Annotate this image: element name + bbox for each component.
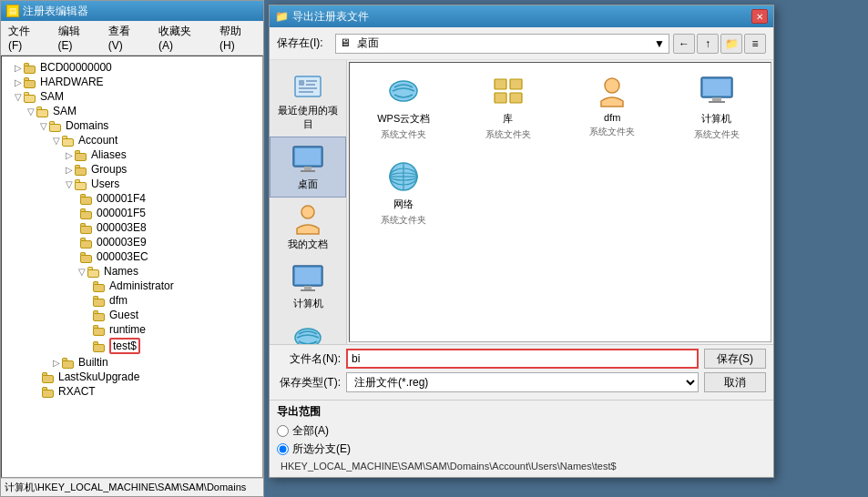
mydocs-icon [291,203,324,236]
tree-item-runtime[interactable]: runtime [2,322,262,337]
folder-icon-groups [75,164,89,176]
close-button[interactable]: ✕ [751,9,768,24]
toggle-aliases[interactable]: ▷ [64,150,75,160]
folder-icon-domains [49,120,64,132]
tree-item-sam1[interactable]: ▽ SAM [2,89,262,104]
tree-item-u5[interactable]: 000003EC [2,249,262,264]
tree-item-aliases[interactable]: ▷ Aliases [2,147,262,162]
scope-all-radio[interactable] [277,425,289,437]
tree-item-lastsku[interactable]: LastSkuUpgrade [2,370,262,384]
location-select[interactable]: 🖥 桌面 ▼ [335,34,669,54]
regedit-window: ▤ 注册表编辑器 文件(F) 编辑(E) 查看(V) 收藏夹(A) 帮助(H) … [0,0,264,497]
tree-item-account[interactable]: ▽ Account [2,133,262,147]
scope-all[interactable]: 全部(A) [277,423,766,439]
wpsdocs-icon [291,321,324,344]
file-item-wps[interactable]: WPS云文档 系统文件夹 [353,66,454,148]
filetype-select[interactable]: 注册文件(*.reg) [346,372,699,392]
tree-item-domains[interactable]: ▽ Domains [2,118,262,133]
file-item-dfm[interactable]: dfm 系统文件夹 [562,66,663,148]
file-item-lib[interactable]: 库 系统文件夹 [458,66,559,148]
svg-rect-20 [510,93,522,103]
toggle-sam1[interactable]: ▽ [13,92,24,102]
chevron-down-icon: ▼ [654,37,665,50]
toggle-hardware[interactable]: ▷ [13,77,24,87]
tree-item-u4[interactable]: 000003E9 [2,235,262,249]
tree-pane[interactable]: ▷ BCD00000000 ▷ [1,56,263,478]
cancel-button[interactable]: 取消 [704,372,766,392]
tree-item-names[interactable]: ▽ Names [2,264,262,279]
scope-title: 导出范围 [277,404,766,420]
label-u5: 000003EC [97,250,148,263]
filetype-row: 保存类型(T): 注册文件(*.reg) 取消 [277,372,766,392]
files-panel[interactable]: WPS云文档 系统文件夹 库 系统文件夹 [349,62,771,342]
scope-all-label: 全部(A) [292,423,329,439]
dialog-toolbar: 保存在(I): 🖥 桌面 ▼ ← ↑ 📁 ≡ [270,27,773,60]
scope-selected[interactable]: 所选分支(E) [277,441,766,457]
network-file-name: 网络 [393,198,414,211]
toggle-users[interactable]: ▽ [64,179,75,189]
svg-point-10 [301,206,314,218]
shortcut-desktop[interactable]: 桌面 [270,137,346,198]
toggle-account[interactable]: ▽ [51,136,62,146]
tree-item-u2[interactable]: 000001F5 [2,206,262,220]
back-button[interactable]: ← [673,34,695,54]
computer-file-icon [699,73,735,109]
regedit-icon: ▤ [6,5,19,17]
svg-rect-4 [299,87,317,89]
menu-file[interactable]: 文件(F) [5,23,47,53]
tree-item-groups[interactable]: ▷ Groups [2,162,262,177]
label-u1: 000001F4 [97,192,146,205]
wps-file-type: 系统文件夹 [381,128,426,141]
toggle-bcd[interactable]: ▷ [13,63,24,73]
label-aliases: Aliases [91,148,127,161]
toggle-domains[interactable]: ▽ [38,121,49,131]
shortcut-mydocs[interactable]: 我的文档 [270,198,346,257]
toolbar-buttons: ← ↑ 📁 ≡ [673,34,766,54]
tree-item-rxact[interactable]: RXACT [2,384,262,399]
toggle-names[interactable]: ▽ [77,267,87,277]
menu-help[interactable]: 帮助(H) [216,23,260,53]
tree-item-dfm[interactable]: dfm [2,293,262,308]
tree-item-users[interactable]: ▽ Users [2,177,262,191]
tree-item-sam2[interactable]: ▽ SAM [2,104,262,118]
regedit-menu: 文件(F) 编辑(E) 查看(V) 收藏夹(A) 帮助(H) [1,21,263,56]
new-folder-button[interactable]: 📁 [720,34,742,54]
tree-item-u1[interactable]: 000001F4 [2,191,262,206]
view-button[interactable]: ≡ [744,34,766,54]
statusbar: 计算机\HKEY_LOCAL_MACHINE\SAM\SAM\Domains [1,478,263,496]
toggle-groups[interactable]: ▷ [64,165,75,175]
file-item-network[interactable]: 网络 系统文件夹 [353,152,454,234]
shortcut-computer[interactable]: 计算机 [270,257,346,316]
tree-item-u3[interactable]: 000003E8 [2,220,262,235]
file-item-computer[interactable]: 计算机 系统文件夹 [667,66,768,148]
scope-selected-radio[interactable] [277,443,289,455]
menu-view[interactable]: 查看(V) [105,23,148,53]
svg-rect-14 [301,289,315,291]
folder-icon-rxact [42,386,56,398]
shortcut-recent[interactable]: 最近使用的项目 [270,64,346,137]
tree-item-bcd[interactable]: ▷ BCD00000000 [2,60,262,75]
tree-item-admin[interactable]: Administrator [2,279,262,293]
svg-rect-25 [709,101,725,103]
up-button[interactable]: ↑ [697,34,719,54]
svg-rect-13 [304,286,311,289]
label-groups: Groups [91,163,127,176]
tree-item-tests[interactable]: test$ [2,337,262,355]
menu-favorites[interactable]: 收藏夹(A) [155,23,209,53]
regedit-body: ▷ BCD00000000 ▷ [1,56,263,478]
tree-item-builtin[interactable]: ▷ Builtin [2,355,262,370]
menu-edit[interactable]: 编辑(E) [55,23,97,53]
toggle-sam2[interactable]: ▽ [26,106,36,117]
label-tests: test$ [109,338,140,354]
label-u2: 000001F5 [97,207,146,219]
folder-icon-names [87,266,102,278]
dialog-content: 最近使用的项目 桌面 [270,60,773,344]
filename-input[interactable] [346,349,699,369]
shortcut-wpsdocs[interactable]: WPS云文档 [270,316,346,344]
tree-item-hardware[interactable]: ▷ HARDWARE [2,75,262,89]
dialog-title: 导出注册表文件 [292,9,369,25]
save-button[interactable]: 保存(S) [704,349,766,369]
toggle-builtin[interactable]: ▷ [51,358,62,368]
tree-item-guest[interactable]: Guest [2,308,262,322]
label-bcd: BCD00000000 [40,61,112,74]
